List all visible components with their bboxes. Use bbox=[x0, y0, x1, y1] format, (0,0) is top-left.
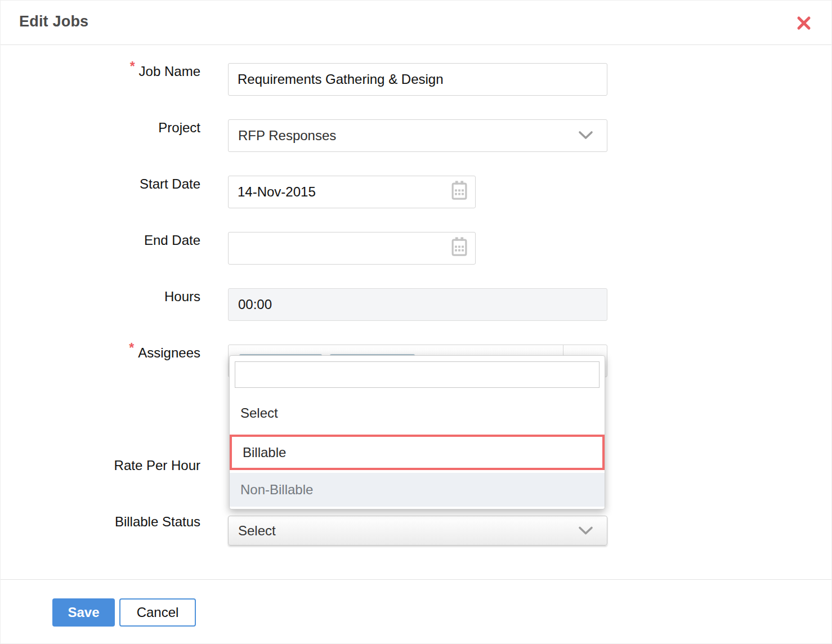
job-name-input[interactable] bbox=[229, 64, 607, 95]
hours-value: 00:00 bbox=[238, 297, 272, 312]
project-label: Project bbox=[1, 119, 200, 136]
project-select[interactable]: RFP Responses bbox=[228, 119, 607, 152]
dialog-title: Edit Jobs bbox=[19, 13, 88, 30]
chevron-down-icon bbox=[578, 120, 593, 151]
start-date-field bbox=[228, 176, 476, 208]
end-date-field bbox=[228, 232, 476, 265]
start-date-label: Start Date bbox=[1, 176, 200, 193]
billable-status-label: Billable Status bbox=[1, 513, 200, 530]
rate-per-hour-label: Rate Per Hour bbox=[1, 457, 200, 474]
project-select-value: RFP Responses bbox=[238, 128, 336, 143]
dialog-header: Edit Jobs bbox=[1, 1, 831, 45]
close-icon bbox=[795, 25, 813, 34]
billable-status-dropdown-panel: Select Billable Non-Billable bbox=[229, 355, 605, 509]
billable-status-select[interactable]: Select bbox=[228, 516, 607, 545]
dropdown-option-non-billable[interactable]: Non-Billable bbox=[230, 473, 605, 507]
job-name-field bbox=[228, 63, 607, 96]
footer-divider bbox=[1, 579, 831, 580]
save-button[interactable]: Save bbox=[52, 598, 115, 627]
dropdown-search-input[interactable] bbox=[235, 361, 600, 388]
required-marker: * bbox=[130, 59, 135, 74]
close-button[interactable] bbox=[793, 13, 815, 34]
cancel-button[interactable]: Cancel bbox=[119, 598, 196, 627]
dropdown-option-select[interactable]: Select bbox=[230, 396, 605, 430]
hours-field: 00:00 bbox=[228, 288, 607, 321]
calendar-icon[interactable] bbox=[450, 180, 468, 204]
end-date-label: End Date bbox=[1, 232, 200, 249]
required-marker: * bbox=[129, 341, 134, 355]
end-date-input[interactable] bbox=[229, 232, 475, 264]
billable-status-value: Select bbox=[238, 523, 276, 538]
assignees-label: *Assignees bbox=[1, 345, 200, 361]
calendar-icon[interactable] bbox=[450, 236, 468, 261]
job-name-label: *Job Name bbox=[1, 63, 200, 80]
start-date-input[interactable] bbox=[229, 176, 475, 208]
chevron-down-icon bbox=[578, 516, 593, 545]
hours-label: Hours bbox=[1, 288, 200, 305]
edit-jobs-dialog: Edit Jobs *Job Name Project Start Date E… bbox=[0, 0, 832, 644]
dropdown-option-billable[interactable]: Billable bbox=[230, 435, 605, 470]
